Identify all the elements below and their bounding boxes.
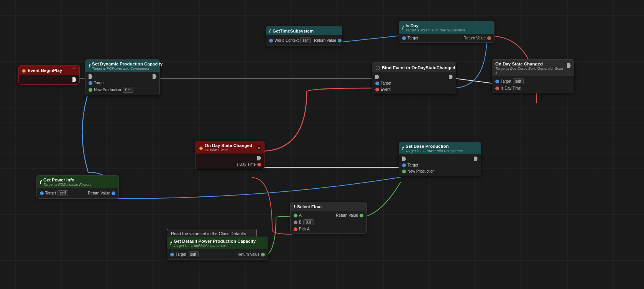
get-time-subsystem-node: f GetTimeSubsystem World Context self Re… <box>266 26 342 46</box>
select-float-title: Select Float <box>297 204 322 209</box>
get-default-subtitle: Target is FGBuildable Generator <box>174 243 256 248</box>
is-day-time-pin[interactable] <box>257 163 261 167</box>
on-day-state-changed-top-node: On Day State Changed Target is Doc Demo … <box>492 59 574 93</box>
return-pin[interactable] <box>261 253 265 256</box>
get-power-info-title: Get Power Info <box>43 178 91 182</box>
target-pin[interactable] <box>89 81 92 85</box>
on-day-top-subtitle: Target is Doc Demo Build Generator Solar… <box>495 66 565 75</box>
target-label: Target <box>45 191 56 195</box>
blue-wire-4 <box>115 177 401 199</box>
a-pin[interactable] <box>294 214 297 217</box>
new-production-value[interactable]: 0.0 <box>123 87 133 93</box>
return-pin[interactable] <box>112 191 115 195</box>
pick-a-label: Pick A <box>299 227 310 231</box>
function-icon: f <box>40 180 41 185</box>
is-day-subtitle: Target is FGTime Of Day Subsystem <box>406 28 465 32</box>
new-production-pin[interactable] <box>402 170 406 173</box>
exec-out[interactable] <box>449 75 453 79</box>
new-production-label: New Production <box>94 88 121 92</box>
is-day-node: f Is Day Target is FGTime Of Day Subsyst… <box>399 21 495 43</box>
target-label: Target <box>501 79 511 83</box>
on-day-state-changed-event-node: ◆ On Day State Changed Custom Event ■ Is… <box>196 141 264 169</box>
get-power-info-subtitle: Target is FGBuildable Factory <box>43 182 91 186</box>
return-label: Return Value <box>237 252 260 256</box>
set-dynamic-subtitle: Target is FGPower Info Component <box>92 66 163 70</box>
a-label: A <box>299 213 302 217</box>
exec-out[interactable] <box>567 63 571 68</box>
target-label: Target <box>407 163 418 167</box>
event-pin[interactable] <box>375 88 379 91</box>
return-label: Return Value <box>463 36 486 40</box>
custom-event-title: On Day State Changed <box>205 143 252 148</box>
self-value[interactable]: self <box>513 78 524 84</box>
target-pin[interactable] <box>402 36 406 40</box>
set-dynamic-title: Set Dynamic Production Capacity <box>92 62 163 66</box>
function-icon: f <box>402 146 404 151</box>
exec-in[interactable] <box>402 157 406 161</box>
red-wire-3 <box>252 178 292 234</box>
return-label: Return Value <box>88 191 110 195</box>
blue-wire-1 <box>334 36 401 43</box>
self-value[interactable]: self <box>58 190 68 196</box>
return-label: Return Value <box>336 213 358 217</box>
bind-event-title: Bind Event to OnDayStateChanged <box>382 65 455 70</box>
set-dynamic-production-node: f Set Dynamic Production Capacity Target… <box>85 59 160 95</box>
event-begin-play-title: Event BeginPlay <box>28 68 62 73</box>
b-pin[interactable] <box>294 220 297 224</box>
is-day-time-label: Is Day Time <box>235 162 256 167</box>
event-label: Event <box>381 87 391 91</box>
exec-out[interactable] <box>474 157 478 161</box>
target-label: Target <box>381 81 391 85</box>
target-pin[interactable] <box>375 82 379 85</box>
get-power-info-node: f Get Power Info Target is FGBuildable F… <box>36 175 119 199</box>
exec-out[interactable] <box>257 156 261 160</box>
pick-a-pin[interactable] <box>294 227 297 231</box>
return-pin[interactable] <box>487 36 491 40</box>
new-production-label: New Production <box>407 169 435 173</box>
event-marker: ■ <box>256 145 261 150</box>
exec-out-pin[interactable] <box>72 77 76 82</box>
custom-event-subtitle: Custom Event <box>205 148 252 152</box>
target-pin[interactable] <box>495 80 499 83</box>
function-icon: f <box>402 25 404 31</box>
function-icon: f <box>294 204 295 209</box>
target-pin[interactable] <box>40 191 44 195</box>
red-wire-2 <box>261 88 374 151</box>
return-pin[interactable] <box>338 39 342 42</box>
event-close[interactable]: □ <box>72 68 76 73</box>
b-value[interactable]: 0.0 <box>303 219 314 225</box>
is-day-title: Is Day <box>406 23 465 28</box>
self-value[interactable]: self <box>188 251 199 257</box>
get-time-title: GetTimeSubsystem <box>273 29 314 33</box>
function-icon: f <box>170 241 172 246</box>
target-label: Target <box>94 81 105 85</box>
exec-out-pin[interactable] <box>153 74 156 79</box>
exec-in[interactable] <box>375 75 379 79</box>
b-label: B <box>299 220 302 224</box>
bind-event-node: ⬡ Bind Event to OnDayStateChanged Target… <box>372 62 456 94</box>
set-base-production-node: f Set Base Production Target is FGPower … <box>399 142 481 176</box>
is-day-time-label: Is Day Time <box>501 86 521 90</box>
world-context-label: World Context <box>274 38 299 42</box>
set-base-title: Set Base Production <box>406 144 463 149</box>
is-day-time-pin[interactable] <box>495 87 499 90</box>
return-pin[interactable] <box>360 214 363 217</box>
get-default-title: Get Default Power Production Capacity <box>174 239 256 243</box>
target-pin[interactable] <box>170 253 174 256</box>
target-pin[interactable] <box>402 163 406 167</box>
on-day-top-title: On Day State Changed <box>495 62 565 66</box>
blue-wire-2 <box>452 36 487 88</box>
exec-in-pin[interactable] <box>89 74 92 79</box>
target-label: Target <box>407 36 418 40</box>
target-label: Target <box>176 252 186 256</box>
bind-icon: ⬡ <box>375 65 380 71</box>
new-production-pin[interactable] <box>89 88 92 92</box>
event-begin-play-node: ◆ Event BeginPlay □ <box>18 65 80 85</box>
world-context-pin[interactable] <box>269 39 273 42</box>
exec-wire-3 <box>452 78 494 83</box>
return-value-label: Return Value <box>314 38 336 42</box>
set-base-subtitle: Target is FGPower Info Component <box>406 149 463 153</box>
select-float-node: f Select Float A Return Value B 0.0 Pick… <box>290 202 367 234</box>
function-icon: f <box>269 28 271 34</box>
self-value[interactable]: self <box>300 38 311 43</box>
